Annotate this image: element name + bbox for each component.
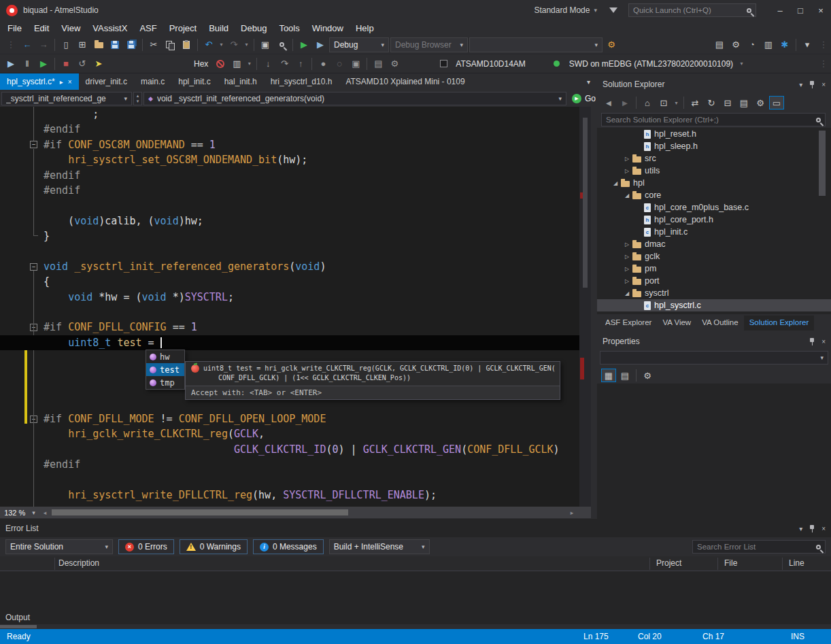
solution-tree[interactable]: hhpl_reset.hhhpl_sleep.h▷src▷utils◢hpl◢c… — [597, 128, 831, 314]
start-debug-icon[interactable]: ▶ — [296, 38, 311, 52]
chip-icon[interactable] — [436, 57, 451, 71]
device-name[interactable]: ATSAMD10D14AM — [452, 59, 528, 69]
intellisense-item[interactable]: test — [146, 363, 184, 376]
close-icon[interactable]: × — [68, 78, 72, 86]
panel-tab-va-outline[interactable]: VA Outline — [696, 316, 744, 331]
code-line[interactable]: { — [0, 274, 579, 289]
va-go-button[interactable]: ▶ Go — [572, 94, 596, 103]
code-line[interactable]: #endif — [0, 457, 579, 472]
stop-sign-icon[interactable] — [213, 57, 228, 71]
standard-mode-selector[interactable]: Standard Mode ▾ — [534, 5, 597, 15]
tree-item[interactable]: ◢core — [597, 189, 831, 201]
code-line[interactable] — [0, 305, 579, 320]
code-line[interactable]: } — [0, 228, 579, 243]
save-icon[interactable] — [107, 38, 122, 52]
se-refresh-icon[interactable]: ↻ — [704, 96, 719, 109]
toolbar2-grip[interactable]: ⋮ — [816, 57, 831, 71]
document-tab[interactable]: driver_init.c — [79, 73, 134, 90]
close-button[interactable]: × — [811, 0, 831, 20]
save-all-icon[interactable] — [124, 38, 139, 52]
watch-window-icon[interactable]: ▤ — [371, 57, 386, 71]
tree-item[interactable]: chpl_sysctrl.c — [597, 299, 831, 311]
menu-item-debug[interactable]: Debug — [235, 21, 273, 35]
properties-object-dropdown[interactable]: ▾ — [600, 351, 828, 365]
close-icon[interactable]: × — [821, 338, 826, 345]
tree-collapsed-arrow-icon[interactable]: ▷ — [622, 156, 632, 162]
tree-expanded-arrow-icon[interactable]: ◢ — [622, 192, 632, 199]
redo-dropdown-icon[interactable]: ▾ — [243, 38, 250, 52]
tree-collapsed-arrow-icon[interactable]: ▷ — [622, 241, 632, 248]
code-line[interactable]: ; — [0, 107, 579, 122]
breakpoint-icon[interactable]: ● — [316, 57, 330, 71]
asf-wizard-icon[interactable]: ⚙ — [604, 38, 619, 52]
debug-continue-icon[interactable]: ▶ — [3, 57, 18, 71]
close-icon[interactable]: × — [821, 81, 826, 88]
intellisense-item[interactable]: hw — [146, 350, 184, 363]
code-text-area[interactable]: ;#endif#if CONF_OSC8M_ONDEMAND == 1 hri_… — [0, 107, 579, 503]
tree-item[interactable]: ▷pm — [597, 262, 831, 275]
code-line[interactable]: GCLK_CLKCTRL_ID(0) | GCLK_CLKCTRL_GEN(CO… — [0, 442, 579, 457]
history-icon[interactable]: ◔ — [745, 38, 760, 52]
va-options-icon[interactable]: ✱ — [777, 38, 792, 52]
se-scope-icon[interactable]: ⊡ — [656, 96, 671, 109]
toolbar-grip-end[interactable]: ⋮ — [816, 38, 831, 52]
tree-item[interactable]: ◢hpl — [597, 177, 831, 189]
run-icon[interactable]: ▶ — [36, 57, 51, 71]
menu-item-file[interactable]: File — [1, 21, 28, 35]
restart-icon[interactable]: ↺ — [75, 57, 90, 71]
code-line[interactable]: (void)calib, (void)hw; — [0, 214, 579, 228]
se-forward-icon[interactable]: ► — [617, 96, 632, 109]
output-panel-header[interactable]: Output — [0, 610, 831, 624]
menu-item-help[interactable]: Help — [350, 21, 380, 35]
warnings-filter-button[interactable]: 0 Warnings — [180, 539, 248, 554]
props-categorized-icon[interactable]: ▦ — [601, 369, 616, 382]
se-home-icon[interactable]: ⌂ — [640, 96, 655, 109]
scrollbar-thumb[interactable] — [583, 118, 588, 288]
toolbar-overflow-icon[interactable]: ▾ — [800, 38, 815, 52]
solution-explorer-toggle-icon[interactable]: ▤ — [712, 38, 727, 52]
stop-icon[interactable]: ■ — [58, 57, 73, 71]
dock-icon[interactable]: ▸ — [60, 78, 63, 86]
se-collapse-all-icon[interactable]: ⊟ — [720, 96, 735, 109]
scrollbar-thumb[interactable] — [52, 509, 348, 515]
menu-item-window[interactable]: Window — [306, 21, 350, 35]
debug-settings-icon[interactable]: ⚙ — [387, 57, 402, 71]
device-view-dropdown-icon[interactable]: ▾ — [245, 57, 253, 71]
column-file[interactable]: File — [724, 558, 737, 568]
props-alphabetical-icon[interactable]: ▤ — [617, 369, 632, 382]
props-property-pages-icon[interactable]: ⚙ — [640, 369, 655, 382]
tree-item[interactable]: ◢sysctrl — [597, 287, 831, 299]
menu-item-vassistx[interactable]: VAssistX — [86, 21, 133, 35]
document-tab[interactable]: ATSAMD10 Xplained Mini - 0109 — [339, 73, 471, 90]
panel-tab-va-view[interactable]: VA View — [657, 316, 696, 331]
menu-item-project[interactable]: Project — [163, 21, 203, 35]
tree-collapsed-arrow-icon[interactable]: ▷ — [622, 278, 632, 284]
panel-tab-solution-explorer[interactable]: Solution Explorer — [744, 316, 815, 331]
debug-browser-select[interactable]: Debug Browser▾ — [390, 37, 468, 52]
pause-icon[interactable]: ‖ — [20, 57, 35, 71]
document-tab[interactable]: main.c — [134, 73, 171, 90]
scroll-left-arrow-icon[interactable]: ◂ — [39, 509, 50, 516]
scope-dropdown[interactable]: _sysctrl_init_referenced_ge ▾ — [1, 92, 132, 105]
attach-icon[interactable]: ▶ — [313, 38, 328, 52]
debug-interface[interactable]: SWD on mEDBG (ATML2378020200010109) — [566, 59, 736, 69]
se-back-icon[interactable]: ◄ — [601, 96, 616, 109]
tab-list-icon[interactable]: ▾ — [580, 78, 597, 86]
code-line[interactable]: void _sysctrl_init_referenced_generators… — [0, 259, 579, 274]
menu-item-view[interactable]: View — [55, 21, 86, 35]
code-line[interactable]: #endif — [0, 168, 579, 183]
column-description[interactable]: Description — [58, 558, 99, 568]
code-line[interactable]: #endif — [0, 122, 579, 137]
undo-dropdown-icon[interactable]: ▾ — [218, 38, 225, 52]
code-line[interactable]: hri_sysctrl_set_OSC8M_ONDEMAND_bit(hw); — [0, 152, 579, 167]
show-next-statement-icon[interactable]: ➤ — [91, 57, 106, 71]
tree-item[interactable]: hhpl_reset.h — [597, 128, 831, 140]
tree-item[interactable]: ▷utils — [597, 165, 831, 177]
code-line[interactable] — [0, 472, 579, 487]
navigate-symbol-icon[interactable]: ▣ — [258, 38, 273, 52]
feedback-icon[interactable] — [609, 7, 617, 13]
column-line[interactable]: Line — [789, 558, 804, 568]
scrollbar-thumb[interactable] — [0, 625, 37, 628]
document-tab[interactable]: hal_init.h — [218, 73, 264, 90]
member-dropdown[interactable]: ◆ void _sysctrl_init_referenced_generato… — [143, 92, 566, 105]
